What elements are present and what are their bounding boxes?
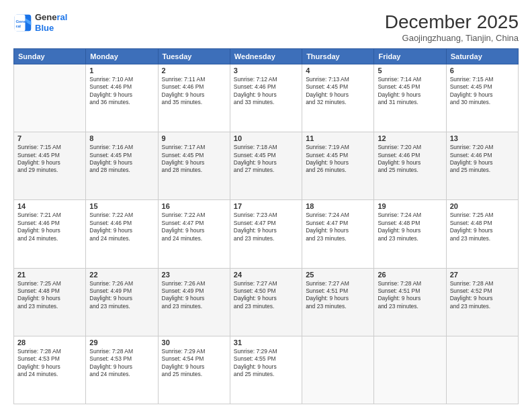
day-number: 20 <box>450 202 515 210</box>
calendar-cell: 1Sunrise: 7:10 AMSunset: 4:46 PMDaylight… <box>86 64 158 132</box>
day-number: 8 <box>89 134 154 142</box>
day-number: 10 <box>234 134 298 142</box>
day-info: Sunrise: 7:20 AMSunset: 4:46 PMDaylight:… <box>378 144 442 175</box>
day-info: Sunrise: 7:25 AMSunset: 4:48 PMDaylight:… <box>450 212 515 242</box>
day-number: 11 <box>306 134 370 142</box>
calendar-cell: 19Sunrise: 7:24 AMSunset: 4:48 PMDayligh… <box>374 200 446 268</box>
title-area: December 2025 Gaojingzhuang, Tianjin, Ch… <box>385 12 519 43</box>
weekday-header-wednesday: Wednesday <box>230 48 302 64</box>
calendar-week-4: 21Sunrise: 7:25 AMSunset: 4:48 PMDayligh… <box>14 268 519 336</box>
day-info: Sunrise: 7:29 AMSunset: 4:55 PMDaylight:… <box>234 348 298 379</box>
day-info: Sunrise: 7:15 AMSunset: 4:45 PMDaylight:… <box>17 144 82 175</box>
day-info: Sunrise: 7:18 AMSunset: 4:45 PMDaylight:… <box>234 144 298 175</box>
calendar-cell: 28Sunrise: 7:28 AMSunset: 4:53 PMDayligh… <box>14 336 86 404</box>
calendar-cell: 21Sunrise: 7:25 AMSunset: 4:48 PMDayligh… <box>14 268 86 336</box>
day-number: 31 <box>234 338 298 347</box>
calendar-cell: 4Sunrise: 7:13 AMSunset: 4:45 PMDaylight… <box>302 64 374 132</box>
day-info: Sunrise: 7:22 AMSunset: 4:46 PMDaylight:… <box>89 212 154 242</box>
day-info: Sunrise: 7:13 AMSunset: 4:45 PMDaylight:… <box>306 76 370 107</box>
day-number: 1 <box>89 66 154 75</box>
calendar-cell: 7Sunrise: 7:15 AMSunset: 4:45 PMDaylight… <box>14 132 86 200</box>
day-number: 25 <box>306 271 370 279</box>
day-number: 24 <box>234 271 298 279</box>
calendar-cell: 6Sunrise: 7:15 AMSunset: 4:45 PMDaylight… <box>446 64 518 132</box>
day-info: Sunrise: 7:10 AMSunset: 4:46 PMDaylight:… <box>89 76 154 107</box>
day-info: Sunrise: 7:17 AMSunset: 4:45 PMDaylight:… <box>162 144 226 175</box>
day-number: 6 <box>450 66 515 75</box>
logo-text: General Blue <box>35 12 67 33</box>
page: Gene- ral General Blue December 2025 Gao… <box>0 0 532 411</box>
header: Gene- ral General Blue December 2025 Gao… <box>13 12 519 43</box>
calendar-cell: 13Sunrise: 7:20 AMSunset: 4:46 PMDayligh… <box>446 132 518 200</box>
day-number: 7 <box>17 134 82 142</box>
day-info: Sunrise: 7:27 AMSunset: 4:51 PMDaylight:… <box>306 280 370 311</box>
calendar-week-2: 7Sunrise: 7:15 AMSunset: 4:45 PMDaylight… <box>14 132 519 200</box>
weekday-header-saturday: Saturday <box>446 48 518 64</box>
calendar-cell: 23Sunrise: 7:26 AMSunset: 4:49 PMDayligh… <box>158 268 230 336</box>
weekday-header-tuesday: Tuesday <box>158 48 230 64</box>
day-info: Sunrise: 7:28 AMSunset: 4:53 PMDaylight:… <box>17 348 82 379</box>
weekday-header-monday: Monday <box>86 48 158 64</box>
weekday-header-sunday: Sunday <box>14 48 86 64</box>
day-number: 22 <box>89 271 154 279</box>
calendar-cell: 9Sunrise: 7:17 AMSunset: 4:45 PMDaylight… <box>158 132 230 200</box>
day-number: 3 <box>234 66 298 75</box>
calendar-cell: 26Sunrise: 7:28 AMSunset: 4:51 PMDayligh… <box>374 268 446 336</box>
day-number: 27 <box>450 271 515 279</box>
day-number: 16 <box>162 202 226 210</box>
calendar-cell: 14Sunrise: 7:21 AMSunset: 4:46 PMDayligh… <box>14 200 86 268</box>
day-info: Sunrise: 7:26 AMSunset: 4:49 PMDaylight:… <box>162 280 226 311</box>
day-number: 2 <box>162 66 226 75</box>
calendar-cell: 20Sunrise: 7:25 AMSunset: 4:48 PMDayligh… <box>446 200 518 268</box>
day-info: Sunrise: 7:23 AMSunset: 4:47 PMDaylight:… <box>234 212 298 242</box>
day-number: 29 <box>89 338 154 347</box>
day-number: 21 <box>17 271 82 279</box>
day-number: 26 <box>378 271 442 279</box>
day-info: Sunrise: 7:29 AMSunset: 4:54 PMDaylight:… <box>162 348 226 379</box>
calendar-cell: 11Sunrise: 7:19 AMSunset: 4:45 PMDayligh… <box>302 132 374 200</box>
calendar-cell: 15Sunrise: 7:22 AMSunset: 4:46 PMDayligh… <box>86 200 158 268</box>
day-number: 18 <box>306 202 370 210</box>
day-info: Sunrise: 7:22 AMSunset: 4:47 PMDaylight:… <box>162 212 226 242</box>
day-info: Sunrise: 7:27 AMSunset: 4:50 PMDaylight:… <box>234 280 298 311</box>
day-number: 5 <box>378 66 442 75</box>
calendar-cell: 18Sunrise: 7:24 AMSunset: 4:47 PMDayligh… <box>302 200 374 268</box>
calendar-cell: 2Sunrise: 7:11 AMSunset: 4:46 PMDaylight… <box>158 64 230 132</box>
calendar-cell: 16Sunrise: 7:22 AMSunset: 4:47 PMDayligh… <box>158 200 230 268</box>
weekday-header-thursday: Thursday <box>302 48 374 64</box>
calendar-cell: 30Sunrise: 7:29 AMSunset: 4:54 PMDayligh… <box>158 336 230 404</box>
logo: Gene- ral General Blue <box>13 12 67 33</box>
calendar-cell <box>446 336 518 404</box>
calendar-cell: 27Sunrise: 7:28 AMSunset: 4:52 PMDayligh… <box>446 268 518 336</box>
day-info: Sunrise: 7:20 AMSunset: 4:46 PMDaylight:… <box>450 144 515 175</box>
calendar-cell: 22Sunrise: 7:26 AMSunset: 4:49 PMDayligh… <box>86 268 158 336</box>
day-number: 17 <box>234 202 298 210</box>
weekday-header-row: SundayMondayTuesdayWednesdayThursdayFrid… <box>14 48 519 64</box>
calendar-cell <box>302 336 374 404</box>
day-number: 9 <box>162 134 226 142</box>
calendar-week-3: 14Sunrise: 7:21 AMSunset: 4:46 PMDayligh… <box>14 200 519 268</box>
weekday-header-friday: Friday <box>374 48 446 64</box>
month-title: December 2025 <box>385 12 519 33</box>
day-number: 13 <box>450 134 515 142</box>
day-info: Sunrise: 7:28 AMSunset: 4:53 PMDaylight:… <box>89 348 154 379</box>
day-info: Sunrise: 7:28 AMSunset: 4:51 PMDaylight:… <box>378 280 442 311</box>
day-info: Sunrise: 7:14 AMSunset: 4:45 PMDaylight:… <box>378 76 442 107</box>
location: Gaojingzhuang, Tianjin, China <box>385 33 519 43</box>
calendar-week-5: 28Sunrise: 7:28 AMSunset: 4:53 PMDayligh… <box>14 336 519 404</box>
calendar-cell: 29Sunrise: 7:28 AMSunset: 4:53 PMDayligh… <box>86 336 158 404</box>
day-info: Sunrise: 7:15 AMSunset: 4:45 PMDaylight:… <box>450 76 515 107</box>
calendar-cell <box>374 336 446 404</box>
calendar-cell: 25Sunrise: 7:27 AMSunset: 4:51 PMDayligh… <box>302 268 374 336</box>
svg-text:ral: ral <box>16 24 21 28</box>
day-info: Sunrise: 7:25 AMSunset: 4:48 PMDaylight:… <box>17 280 82 311</box>
day-info: Sunrise: 7:12 AMSunset: 4:46 PMDaylight:… <box>234 76 298 107</box>
day-info: Sunrise: 7:28 AMSunset: 4:52 PMDaylight:… <box>450 280 515 311</box>
day-number: 14 <box>17 202 82 210</box>
day-info: Sunrise: 7:16 AMSunset: 4:45 PMDaylight:… <box>89 144 154 175</box>
day-info: Sunrise: 7:26 AMSunset: 4:49 PMDaylight:… <box>89 280 154 311</box>
day-info: Sunrise: 7:21 AMSunset: 4:46 PMDaylight:… <box>17 212 82 242</box>
day-info: Sunrise: 7:24 AMSunset: 4:47 PMDaylight:… <box>306 212 370 242</box>
day-info: Sunrise: 7:24 AMSunset: 4:48 PMDaylight:… <box>378 212 442 242</box>
calendar-cell: 31Sunrise: 7:29 AMSunset: 4:55 PMDayligh… <box>230 336 302 404</box>
